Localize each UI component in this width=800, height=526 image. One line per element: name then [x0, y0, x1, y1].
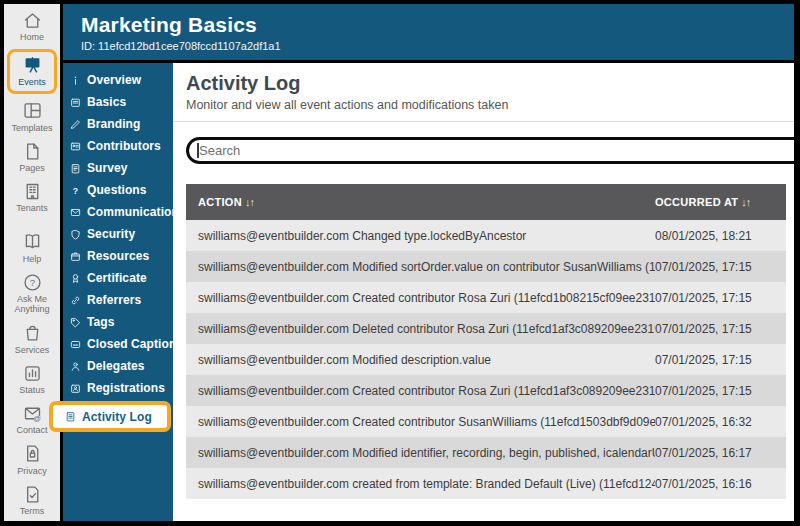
- main-content: Activity Log Monitor and view all event …: [173, 63, 794, 521]
- subnav-item-contributors[interactable]: Contributors: [63, 135, 173, 157]
- sidebar-item-privacy[interactable]: Privacy: [7, 443, 57, 476]
- activity-log-icon: [65, 411, 78, 422]
- app-window: Home Events Templates Pages Tenants: [0, 0, 800, 526]
- search-box: [186, 137, 794, 164]
- sidebar-item-templates[interactable]: Templates: [7, 100, 57, 133]
- form-icon: [70, 97, 83, 108]
- event-subnav: Overview Basics Branding Contributors Su: [63, 63, 173, 521]
- table-row[interactable]: swilliams@eventbuilder.com Modified iden…: [186, 437, 786, 468]
- table-row[interactable]: swilliams@eventbuilder.com created from …: [186, 468, 786, 499]
- subnav-item-closed-captioning[interactable]: cc Closed Captioning: [63, 333, 173, 355]
- action-cell: swilliams@eventbuilder.com Modified desc…: [186, 353, 655, 367]
- page-head: Activity Log Monitor and view all event …: [173, 72, 794, 122]
- status-chart-icon: [22, 362, 43, 384]
- sidebar-item-events[interactable]: Events: [7, 49, 57, 93]
- action-cell: swilliams@eventbuilder.com Changed type.…: [186, 229, 655, 243]
- subnav-item-registrations[interactable]: Registrations: [63, 377, 173, 399]
- sidebar-item-status[interactable]: Status: [7, 362, 57, 395]
- table-row[interactable]: swilliams@eventbuilder.com Modified desc…: [186, 344, 786, 375]
- sort-icon[interactable]: ↓↑: [245, 196, 254, 208]
- action-cell: swilliams@eventbuilder.com Modified sort…: [186, 260, 655, 274]
- sidebar-item-home[interactable]: Home: [7, 9, 57, 42]
- event-header: Marketing Basics ID: 11efcd12bd1cee708fc…: [63, 4, 794, 63]
- action-cell: swilliams@eventbuilder.com Created contr…: [186, 415, 655, 429]
- envelope-icon: [70, 207, 83, 218]
- sidebar-item-label: Status: [19, 385, 45, 395]
- page-title: Marketing Basics: [81, 13, 794, 37]
- occurred-at-cell: 07/01/2025, 17:15: [655, 353, 786, 367]
- column-header-action[interactable]: ACTION ↓↑: [186, 196, 655, 208]
- sidebar-item-services[interactable]: Services: [7, 322, 57, 355]
- table-row[interactable]: swilliams@eventbuilder.com Created contr…: [186, 375, 786, 406]
- subnav-item-overview[interactable]: Overview: [63, 69, 173, 91]
- link-icon: [70, 295, 83, 306]
- occurred-at-cell: 07/01/2025, 16:16: [655, 477, 786, 491]
- sidebar-item-label: Contact: [16, 425, 47, 435]
- question-circle-icon: ?: [22, 271, 43, 293]
- table-row[interactable]: swilliams@eventbuilder.com Created contr…: [186, 282, 786, 313]
- subnav-item-survey[interactable]: Survey: [63, 157, 173, 179]
- occurred-at-cell: 07/01/2025, 16:32: [655, 415, 786, 429]
- occurred-at-cell: 07/01/2025, 17:15: [655, 260, 786, 274]
- table-row[interactable]: swilliams@eventbuilder.com Created contr…: [186, 406, 786, 437]
- sort-icon[interactable]: ↓↑: [741, 196, 750, 208]
- question-mark-icon: ?: [70, 185, 83, 196]
- action-cell: swilliams@eventbuilder.com Created contr…: [186, 384, 655, 398]
- subnav-item-branding[interactable]: Branding: [63, 113, 173, 135]
- section-subtitle: Monitor and view all event actions and m…: [186, 98, 794, 112]
- occurred-at-cell: 07/01/2025, 17:15: [655, 384, 786, 398]
- subnav-item-security[interactable]: Security: [63, 223, 173, 245]
- shield-icon: [70, 229, 83, 240]
- contact-envelope-icon: @: [22, 402, 43, 424]
- sidebar-item-label: Privacy: [17, 466, 47, 476]
- table-body: swilliams@eventbuilder.com Changed type.…: [186, 220, 786, 499]
- badge-icon: [70, 141, 83, 152]
- sidebar-item-terms[interactable]: Terms: [7, 483, 57, 516]
- clipboard-icon: [70, 163, 83, 174]
- subnav-item-certificate[interactable]: Certificate: [63, 267, 173, 289]
- table-row[interactable]: swilliams@eventbuilder.com Deleted contr…: [186, 313, 786, 344]
- action-cell: swilliams@eventbuilder.com created from …: [186, 477, 655, 491]
- table-row[interactable]: swilliams@eventbuilder.com Changed type.…: [186, 220, 786, 251]
- search-input[interactable]: [189, 140, 794, 161]
- action-cell: swilliams@eventbuilder.com Modified iden…: [186, 446, 655, 460]
- body-row: Overview Basics Branding Contributors Su: [63, 63, 794, 521]
- table-row[interactable]: swilliams@eventbuilder.com Modified sort…: [186, 251, 786, 282]
- templates-icon: [22, 100, 43, 122]
- column-header-occurred-at[interactable]: OCCURRED AT ↓↑: [655, 196, 786, 208]
- info-icon: [70, 75, 83, 86]
- activity-table: ACTION ↓↑ OCCURRED AT ↓↑ swilliams@event…: [186, 184, 786, 499]
- sidebar-item-label: Ask Me Anything: [7, 294, 57, 315]
- medal-icon: [70, 273, 83, 284]
- subnav-item-communications[interactable]: Communications: [63, 201, 173, 223]
- privacy-lock-icon: [22, 443, 43, 465]
- subnav-item-questions[interactable]: ? Questions: [63, 179, 173, 201]
- event-id: ID: 11efcd12bd1cee708fccd1107a2df1a1: [81, 40, 794, 52]
- svg-text:?: ?: [29, 277, 34, 288]
- pages-icon: [22, 140, 43, 162]
- subnav-item-activity-log[interactable]: Activity Log: [49, 401, 171, 432]
- sidebar-item-pages[interactable]: Pages: [7, 140, 57, 173]
- pencil-icon: [70, 119, 83, 130]
- sidebar-item-tenants[interactable]: Tenants: [7, 180, 57, 213]
- sidebar-item-label: Help: [23, 254, 42, 264]
- occurred-at-cell: 08/01/2025, 18:21: [655, 229, 786, 243]
- occurred-at-cell: 07/01/2025, 17:15: [655, 322, 786, 336]
- sidebar-item-ask-me-anything[interactable]: ? Ask Me Anything: [7, 271, 57, 315]
- subnav-item-resources[interactable]: Resources: [63, 245, 173, 267]
- occurred-at-cell: 07/01/2025, 16:17: [655, 446, 786, 460]
- sidebar-item-help[interactable]: Help: [7, 231, 57, 264]
- sidebar-item-label: Services: [15, 345, 50, 355]
- section-title: Activity Log: [186, 72, 794, 95]
- subnav-item-basics[interactable]: Basics: [63, 91, 173, 113]
- text-cursor: [197, 143, 199, 158]
- box-icon: [70, 251, 83, 262]
- subnav-item-delegates[interactable]: Delegates: [63, 355, 173, 377]
- subnav-item-tags[interactable]: Tags: [63, 311, 173, 333]
- person-icon: [70, 361, 83, 372]
- sidebar-item-label: Terms: [20, 506, 45, 516]
- subnav-item-referrers[interactable]: Referrers: [63, 289, 173, 311]
- sidebar-item-label: Tenants: [16, 203, 48, 213]
- help-book-icon: [22, 231, 43, 253]
- sidebar-item-label: Templates: [11, 123, 52, 133]
